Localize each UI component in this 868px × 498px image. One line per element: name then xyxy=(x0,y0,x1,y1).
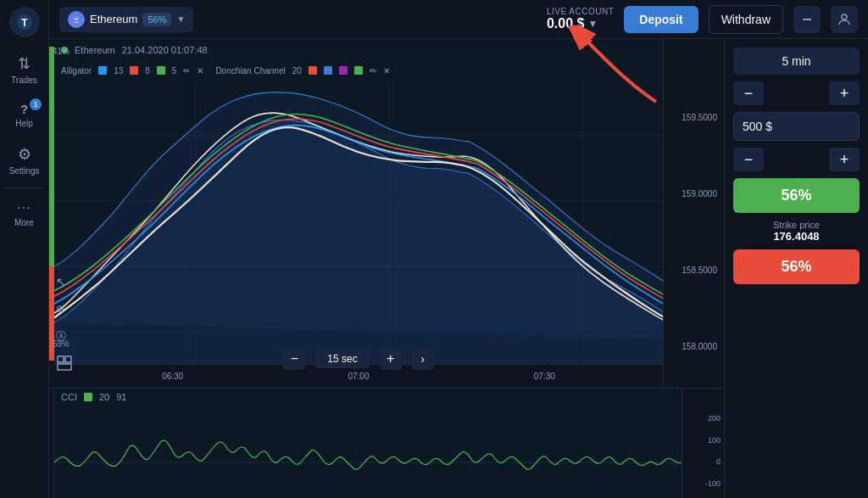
time-axis-0: 06:30 xyxy=(162,372,183,381)
logo-icon: T xyxy=(15,13,34,31)
chart-info-bar: Ethereum 21.04.2020 01:07:48 xyxy=(54,39,724,61)
chart-area: Ethereum 21.04.2020 01:07:48 Alligator 1… xyxy=(54,39,724,388)
minimize-button[interactable] xyxy=(793,6,821,33)
cci-param1: 20 xyxy=(99,392,109,402)
price-labels: 159.5000 159.0000 158.5000 158.0000 xyxy=(663,39,724,388)
more-icon: ··· xyxy=(17,200,31,215)
chart-asset-name: Ethereum xyxy=(75,45,115,55)
alligator-p3: 5 xyxy=(172,66,177,76)
live-account-value: 0.00 $ xyxy=(547,16,584,31)
cci-param2: 91 xyxy=(116,392,126,402)
time-minus-btn[interactable]: − xyxy=(733,81,764,105)
time-plus-btn[interactable]: + xyxy=(829,81,860,105)
strike-label: Strike price xyxy=(733,220,860,230)
time-axis-1: 07:00 xyxy=(348,372,369,381)
header: Ξ Ethereum 56% ▼ LIVE ACCOUNT 0.00 $ ▼ D… xyxy=(49,0,868,39)
cci-chart-svg xyxy=(54,407,682,496)
alligator-label: Alligator xyxy=(61,66,92,76)
time-minus-button[interactable]: − xyxy=(283,348,305,370)
bar-top-label: 41% xyxy=(53,47,70,56)
cci-price-0: 200 xyxy=(686,414,721,422)
amount-minus-btn[interactable]: − xyxy=(733,148,764,171)
chart-datetime: 21.04.2020 01:07:48 xyxy=(122,45,208,55)
main-chart-svg xyxy=(54,80,724,388)
svg-text:⊕: ⊕ xyxy=(56,303,64,315)
sidebar-divider xyxy=(5,187,44,188)
cci-price-labels: 200 100 0 -100 xyxy=(682,389,724,498)
alligator-color1 xyxy=(98,66,107,75)
alligator-color3 xyxy=(157,66,165,75)
donchian-label: Donchian Channel xyxy=(215,66,285,76)
live-account-label: LIVE ACCOUNT xyxy=(547,7,614,16)
amount-input[interactable] xyxy=(733,112,860,141)
help-badge: 1 xyxy=(30,98,42,110)
price-label-2: 158.5000 xyxy=(667,266,721,275)
crosshair-tool[interactable]: ⊕ xyxy=(54,299,75,319)
d-c2 xyxy=(324,66,332,75)
settings-icon: ⚙ xyxy=(18,145,31,164)
d-c1 xyxy=(309,66,317,75)
put-button[interactable]: 56% xyxy=(733,249,860,284)
asset-badge: 56% xyxy=(142,13,171,26)
sidebar-item-settings[interactable]: ⚙ Settings xyxy=(0,137,48,184)
cci-price-3: -100 xyxy=(686,479,721,488)
cursor-tool[interactable]: ↖ xyxy=(54,271,75,292)
call-button[interactable]: 56% xyxy=(733,178,860,213)
time-plus-button[interactable]: + xyxy=(380,348,402,370)
cci-price-1: 100 xyxy=(686,436,721,445)
right-panel: 5 min − + − + 56% Strike price 176.4048 … xyxy=(724,39,868,498)
time-label: 15 sec xyxy=(315,350,369,368)
time-adjust-row: − + xyxy=(733,81,860,105)
svg-text:Ξ: Ξ xyxy=(74,16,79,25)
time-axis-2: 07:30 xyxy=(534,372,555,381)
cci-panel: CCI 20 91 ∧ ✏ ✕ 200 100 0 -100 xyxy=(54,388,724,498)
asset-icon: Ξ xyxy=(68,11,85,28)
cci-color xyxy=(84,393,92,401)
svg-point-11 xyxy=(842,14,847,20)
trades-icon: ⇅ xyxy=(18,54,31,73)
pencil-icon[interactable]: ✏ xyxy=(183,66,190,76)
alligator-x-btn[interactable]: ✕ xyxy=(197,66,203,76)
donchian-pencil-icon[interactable]: ✏ xyxy=(370,66,376,76)
cci-label: CCI xyxy=(61,392,77,402)
withdraw-button[interactable]: Withdraw xyxy=(709,5,783,34)
help-icon: ? xyxy=(20,102,28,116)
user-button[interactable] xyxy=(831,6,858,33)
sidebar-item-trades[interactable]: ⇅ Trades xyxy=(0,46,48,93)
sidebar-item-label: More xyxy=(14,218,34,227)
d-c3 xyxy=(339,66,348,75)
amount-plus-btn[interactable]: + xyxy=(829,148,860,171)
sidebar-item-more[interactable]: ··· More xyxy=(0,192,48,236)
strike-value: 176.4048 xyxy=(733,230,860,243)
account-dropdown-icon[interactable]: ▼ xyxy=(587,18,598,30)
sidebar-item-label: Trades xyxy=(11,76,37,85)
price-label-1: 159.0000 xyxy=(667,189,721,199)
sidebar: T ⇅ Trades ? Help 1 ⚙ Settings ··· More xyxy=(0,0,49,498)
price-label-3: 158.0000 xyxy=(667,342,721,351)
asset-dropdown-icon: ▼ xyxy=(176,14,185,24)
cci-header: CCI 20 91 xyxy=(54,389,724,406)
svg-text:↖: ↖ xyxy=(56,275,66,288)
asset-name: Ethereum xyxy=(90,13,137,25)
price-label-0: 159.5000 xyxy=(667,113,721,122)
logo[interactable]: T xyxy=(9,7,40,37)
cci-price-2: 0 xyxy=(686,457,721,466)
d-c4 xyxy=(354,66,363,75)
alligator-color2 xyxy=(130,66,138,75)
sidebar-item-label: Settings xyxy=(8,166,39,176)
alligator-p1: 13 xyxy=(114,66,123,76)
amount-adjust-row: − + xyxy=(733,148,860,171)
svg-text:T: T xyxy=(21,17,28,29)
chart-svg-container xyxy=(54,80,724,388)
measure-tool[interactable]: Ⓐ xyxy=(54,326,75,346)
time-next-button[interactable]: › xyxy=(412,348,434,370)
donchian-p1: 20 xyxy=(292,66,302,76)
deposit-button[interactable]: Deposit xyxy=(624,6,698,33)
time-selector[interactable]: 5 min xyxy=(733,48,860,75)
svg-text:Ⓐ: Ⓐ xyxy=(56,330,66,342)
sidebar-item-help[interactable]: ? Help 1 xyxy=(0,93,48,137)
asset-selector[interactable]: Ξ Ethereum 56% ▼ xyxy=(59,7,193,32)
donchian-x-btn[interactable]: ✕ xyxy=(383,66,390,76)
indicator-bar: Alligator 13 8 5 ✏ ✕ Donchian Channel 20… xyxy=(54,61,724,80)
live-account-area: LIVE ACCOUNT 0.00 $ ▼ xyxy=(547,7,614,31)
